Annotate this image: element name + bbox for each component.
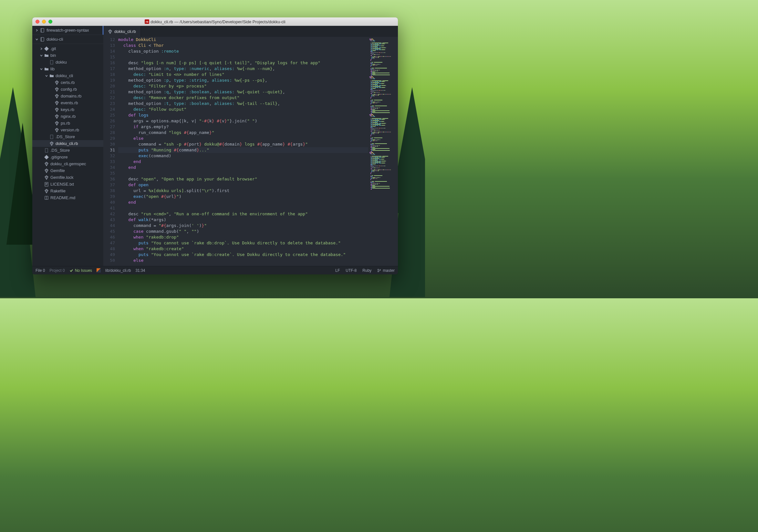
tab-label: dokku_cli.rb (114, 29, 136, 34)
tree-item-label: dokku_cli (55, 73, 73, 78)
tree-item-label: .gitignore (51, 155, 67, 159)
ruby-icon (108, 29, 112, 34)
ruby-icon (54, 121, 59, 126)
tree-file[interactable]: Gemfile (32, 167, 103, 174)
tree-folder[interactable]: dokku_cli (32, 72, 103, 79)
line-number-gutter[interactable]: 1213141516171819202122232425262728293031… (103, 37, 118, 266)
sb-project-count[interactable]: Project 0 (50, 268, 65, 273)
tree-item-label: lib (51, 67, 54, 71)
sb-cursor-position[interactable]: 31:34 (135, 268, 145, 273)
tree-item-label: domains.rb (61, 94, 82, 98)
tree-file[interactable]: config.rb (32, 86, 103, 93)
minimap[interactable] (368, 37, 398, 266)
sb-file-count[interactable]: File 0 (36, 268, 45, 273)
sb-encoding[interactable]: UTF-8 (346, 268, 357, 273)
tree-file[interactable]: version.rb (32, 126, 103, 133)
file-icon (50, 135, 54, 139)
editor-window: rb dokku_cli.rb — /Users/sebastian/Sync/… (32, 17, 398, 274)
tree-item-label: config.rb (61, 87, 77, 92)
tree-file[interactable]: Rakefile (32, 187, 103, 194)
ruby-icon (44, 175, 49, 180)
svg-point-13 (380, 269, 381, 270)
sb-line-ending[interactable]: LF (335, 268, 340, 273)
project-name: firewatch-green-syntax (47, 28, 89, 33)
tree-item-label: README.md (51, 195, 75, 200)
tree-item-label: version.rb (61, 127, 79, 132)
sb-filepath[interactable]: lib/dokku_cli.rb (105, 268, 131, 273)
tree-item-label: nginx.rb (61, 114, 76, 119)
editor-tab[interactable]: dokku_cli.rb (103, 26, 141, 37)
tree-folder[interactable]: .git (32, 45, 103, 52)
file-icon (44, 148, 49, 153)
chevron-icon (36, 37, 38, 42)
chevron-icon (40, 67, 43, 71)
tree-item-label: bin (51, 53, 56, 58)
sb-language[interactable]: Ruby (362, 268, 371, 273)
tree-item-label: Rakefile (51, 188, 66, 193)
tree-file[interactable]: nginx.rb (32, 113, 103, 120)
ruby-icon (50, 141, 54, 146)
project-root[interactable]: firewatch-green-syntax (32, 26, 103, 35)
tree-file[interactable]: dokku_cli.gemspec (32, 160, 103, 167)
file-icon (50, 60, 54, 65)
book-icon (44, 196, 49, 200)
svg-rect-2 (41, 37, 44, 41)
tree-file[interactable]: .DS_Store (32, 133, 103, 140)
chevron-icon (40, 46, 43, 51)
check-icon (69, 269, 73, 273)
code-editor[interactable]: 1213141516171819202122232425262728293031… (103, 37, 398, 266)
git-branch-icon (377, 269, 381, 273)
project-sidebar[interactable]: firewatch-green-syntaxdokku-cli.gitbindo… (32, 26, 103, 266)
ruby-icon (44, 189, 49, 193)
ruby-icon (54, 128, 59, 132)
tree-file[interactable]: events.rb (32, 99, 103, 106)
tree-file[interactable]: .DS_Store (32, 147, 103, 154)
tree-item-label: .DS_Store (55, 134, 75, 139)
code-content[interactable]: module DokkuCli class Cli < Thor class_o… (118, 37, 368, 266)
tree-item-label: ps.rb (61, 121, 70, 126)
ruby-icon (44, 169, 49, 173)
tree-item-label: keys.rb (61, 107, 74, 112)
tree-file[interactable]: dokku_cli.rb (32, 140, 103, 147)
tree-file[interactable]: domains.rb (32, 93, 103, 99)
svg-rect-4 (51, 60, 53, 64)
ruby-icon (54, 101, 59, 105)
tree-item-label: .DS_Store (51, 148, 70, 153)
tree-item-label: dokku (55, 60, 67, 65)
ruby-icon (54, 94, 59, 98)
ruby-icon (54, 114, 59, 119)
editor-tabs: dokku_cli.rb (103, 26, 398, 37)
sb-git-branch[interactable]: master (377, 268, 395, 273)
svg-rect-0 (41, 28, 44, 32)
ruby-file-icon: rb (145, 19, 149, 24)
ruby-icon (54, 87, 59, 92)
tree-item-label: certs.rb (61, 80, 75, 85)
tree-file[interactable]: certs.rb (32, 79, 103, 86)
tree-file[interactable]: Gemfile.lock (32, 174, 103, 181)
tree-file[interactable]: LICENSE.txt (32, 181, 103, 187)
sb-issues[interactable]: No Issues (69, 268, 92, 273)
tree-folder[interactable]: bin (32, 52, 103, 59)
tree-file[interactable]: keys.rb (32, 106, 103, 113)
tree-item-label: dokku_cli.rb (55, 141, 78, 146)
chevron-icon (45, 73, 48, 78)
tree-file[interactable]: ps.rb (32, 120, 103, 126)
project-root[interactable]: dokku-cli (32, 35, 103, 44)
ruby-icon (54, 108, 59, 112)
tree-file[interactable]: .gitignore (32, 154, 103, 160)
git-icon (44, 155, 49, 159)
sb-color-indicator[interactable] (97, 268, 101, 273)
tree-item-label: LICENSE.txt (51, 182, 74, 186)
svg-rect-5 (51, 135, 53, 139)
tree-item-label: dokku_cli.gemspec (51, 161, 86, 166)
repo-icon (40, 37, 45, 42)
tree-file[interactable]: dokku (32, 59, 103, 66)
window-titlebar[interactable]: rb dokku_cli.rb — /Users/sebastian/Sync/… (32, 17, 398, 26)
tree-item-label: .git (51, 46, 56, 51)
tree-folder[interactable]: lib (32, 66, 103, 72)
svg-rect-7 (45, 183, 48, 186)
status-bar: File 0 Project 0 No Issues lib/dokku_cli… (32, 266, 398, 274)
text-icon (44, 182, 49, 186)
tree-file[interactable]: README.md (32, 194, 103, 201)
svg-rect-6 (45, 149, 48, 152)
